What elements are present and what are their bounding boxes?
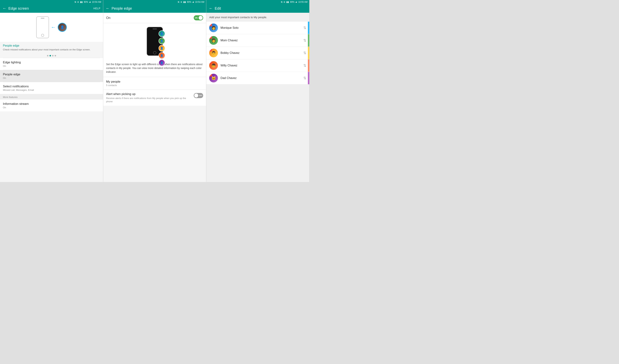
- wifi-icon-2: ⊛: [181, 1, 182, 3]
- status-bar-3: N ⊛ ▮▮ 89% ▰ 10:55 AM: [206, 0, 309, 4]
- contact-name-dad: Dad Chavez: [221, 76, 303, 80]
- phone-preview-area: ← 👤: [0, 13, 103, 42]
- signal-icon: ▮▮: [80, 1, 83, 3]
- color-bar-monique: [308, 22, 309, 34]
- color-bar-bobby: [308, 47, 309, 59]
- menu-item-people-edge[interactable]: People edge On: [0, 70, 103, 82]
- app-bar-3: ← Edit: [206, 4, 309, 13]
- time-2: 10:54 AM: [195, 1, 204, 3]
- color-bar-dad: [308, 72, 309, 84]
- dot-2[interactable]: [50, 55, 51, 56]
- panel3-content: Add your most important contacts to My p…: [206, 13, 309, 182]
- nfc-icon: N: [75, 1, 76, 3]
- alert-title: Alert when picking up: [106, 92, 192, 96]
- battery-percent-3: 89%: [290, 1, 294, 3]
- alert-text: Alert when picking up Receive alerts if …: [106, 92, 192, 103]
- list-item[interactable]: − 👦 Willy Chavez ⇅: [206, 59, 309, 72]
- phone-preview-panel2: 👤 👤 👤 👤 👤: [103, 23, 206, 59]
- reorder-icon-monique[interactable]: ⇅: [303, 26, 306, 30]
- back-button-3[interactable]: ←: [209, 6, 213, 11]
- app-bar-2: ← People edge: [103, 4, 206, 13]
- contact-name-willy: Willy Chavez: [221, 64, 303, 67]
- preview-avatar: 👤: [58, 23, 67, 32]
- edge-screen-panel: N ⊛ ▮▮ 90% ▰ 10:54 AM ← Edge screen HELP…: [0, 0, 103, 182]
- people-edge-desc: Check missed notifications about your mo…: [0, 48, 103, 54]
- back-button-2[interactable]: ←: [106, 6, 110, 11]
- signal-icon-2: ▮▮: [183, 1, 186, 3]
- alert-toggle-knob: [194, 94, 198, 98]
- battery-percent-1: 90%: [84, 1, 88, 3]
- contact-dot-4: 👤: [159, 52, 165, 59]
- avatar-bobby: − 👨: [209, 49, 218, 57]
- my-people-section[interactable]: My people 5 contacts: [103, 77, 206, 90]
- avatar-monique: − 👩: [209, 24, 218, 32]
- phone-with-contacts: 👤 👤 👤 👤 👤: [147, 27, 163, 56]
- menu-item-notifications[interactable]: Select notifications Missed call, Messag…: [0, 82, 103, 94]
- my-people-title: My people: [103, 77, 206, 84]
- reorder-icon-bobby[interactable]: ⇅: [303, 51, 306, 55]
- contact-color-strip: 👤 👤 👤 👤 👤: [159, 30, 165, 66]
- list-item[interactable]: − 👩 Monique Soto ⇅: [206, 22, 309, 34]
- page-title-2: People edge: [112, 6, 204, 11]
- alert-row: Alert when picking up Receive alerts if …: [103, 90, 206, 106]
- avatar-mom: − 👩: [209, 36, 218, 45]
- edit-panel: N ⊛ ▮▮ 89% ▰ 10:55 AM ← Edit Add your mo…: [206, 0, 310, 182]
- avatar-dad: − 🐱: [209, 74, 218, 83]
- reorder-icon-willy[interactable]: ⇅: [303, 63, 306, 68]
- contact-list: − 👩 Monique Soto ⇅ − 👩 Mom Chavez ⇅: [206, 22, 309, 84]
- panel2-content: On ON 👤 👤 👤 👤 👤 Set the Edge screen to l…: [103, 13, 206, 182]
- people-edge-toggle[interactable]: ON: [194, 15, 203, 20]
- toggle-on-text: ON: [195, 17, 197, 19]
- contact-dot-1: 👤: [159, 30, 165, 37]
- color-bar-willy: [308, 59, 309, 72]
- menu-item-info-stream[interactable]: Information stream On: [0, 99, 103, 111]
- arrow-icon: ←: [51, 24, 56, 30]
- help-button[interactable]: HELP: [93, 7, 100, 10]
- dot-3[interactable]: [52, 55, 54, 56]
- list-item[interactable]: − 👩 Mom Chavez ⇅: [206, 34, 309, 47]
- alert-toggle-text: OFF: [199, 95, 202, 97]
- edit-description: Add your most important contacts to My p…: [206, 13, 309, 22]
- dots-indicator: [0, 54, 103, 58]
- toggle-label: On: [106, 16, 111, 20]
- menu-item-edge-lighting[interactable]: Edge lighting On: [0, 58, 103, 70]
- reorder-icon-dad[interactable]: ⇅: [303, 76, 306, 80]
- my-people-subtitle: 5 contacts: [103, 84, 206, 90]
- people-edge-toggle-row: On ON: [103, 13, 206, 23]
- contact-name-bobby: Bobby Chavez: [221, 51, 303, 55]
- avatar-willy: − 👦: [209, 61, 218, 70]
- people-edge-panel: N ⊛ ▮▮ 90% ▰ 10:54 AM ← People edge On O…: [103, 0, 206, 182]
- contact-name-mom: Mom Chavez: [221, 39, 303, 42]
- people-edge-link[interactable]: People edge: [0, 42, 103, 48]
- toggle-knob: [199, 16, 203, 20]
- dot-4[interactable]: [55, 55, 56, 56]
- page-title-1: Edge screen: [8, 6, 92, 11]
- list-item[interactable]: − 🐱 Dad Chavez ⇅: [206, 72, 309, 84]
- alert-toggle[interactable]: OFF: [194, 93, 203, 98]
- wifi-icon-3: ⊛: [283, 1, 285, 3]
- reorder-icon-mom[interactable]: ⇅: [303, 38, 306, 42]
- contact-dot-3: 👤: [159, 45, 165, 52]
- time-1: 10:54 AM: [92, 1, 101, 3]
- signal-icon-3: ▮▮: [286, 1, 289, 3]
- battery-icon-1: ▰: [89, 1, 91, 3]
- battery-icon-3: ▰: [295, 1, 297, 3]
- nfc-icon-2: N: [178, 1, 179, 3]
- status-bar-2: N ⊛ ▮▮ 90% ▰ 10:54 AM: [103, 0, 206, 4]
- phone-illustration: [36, 16, 49, 38]
- wifi-icon: ⊛: [77, 1, 79, 3]
- alert-desc: Receive alerts if there are notification…: [106, 97, 192, 103]
- app-bar-1: ← Edge screen HELP: [0, 4, 103, 13]
- time-3: 10:55 AM: [298, 1, 308, 3]
- back-button-1[interactable]: ←: [2, 6, 7, 11]
- nfc-icon-3: N: [281, 1, 282, 3]
- page-title-3: Edit: [215, 6, 307, 11]
- panel1-content: ← 👤 People edge Check missed notificatio…: [0, 13, 103, 182]
- list-item[interactable]: − 👨 Bobby Chavez ⇅: [206, 47, 309, 59]
- people-edge-description: Set the Edge screen to light up with dif…: [103, 59, 206, 77]
- status-bar-1: N ⊛ ▮▮ 90% ▰ 10:54 AM: [0, 0, 103, 4]
- contact-dot-2: 👤: [159, 38, 165, 44]
- battery-icon-2: ▰: [192, 1, 194, 3]
- contact-dot-5: 👤: [159, 59, 165, 66]
- color-bar-mom: [308, 34, 309, 47]
